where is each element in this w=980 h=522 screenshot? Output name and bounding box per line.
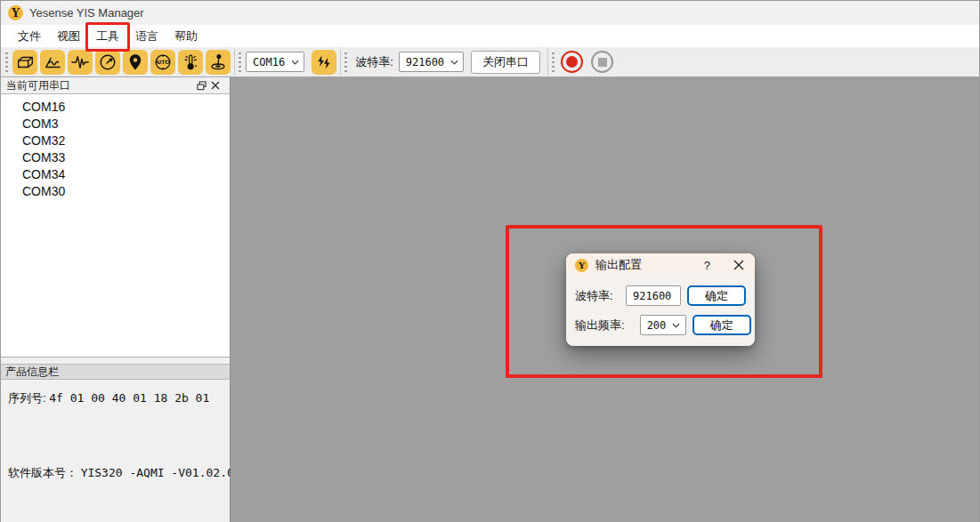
toolbar-icon-location-pin[interactable] xyxy=(123,50,148,75)
list-item-port[interactable]: COM3 xyxy=(1,116,230,133)
toolbar-drag-handle[interactable] xyxy=(552,52,555,72)
toolbar-icon-utc-clock[interactable]: UTC xyxy=(150,50,175,75)
software-version-line: 软件版本号： YIS320 -AQMI -V01.02.03; xyxy=(8,465,223,481)
software-version-value: YIS320 -AQMI -V01.02.03; xyxy=(81,466,248,479)
chevron-down-icon xyxy=(450,60,458,65)
chevron-down-icon xyxy=(672,323,680,328)
serial-number-label: 序列号: xyxy=(8,391,46,405)
menu-tools-label: 工具 xyxy=(96,29,119,43)
baud-rate-value: 921600 xyxy=(406,56,444,68)
toolbar-icon-temperature[interactable] xyxy=(178,50,203,75)
dialog-frequency-select[interactable]: 200 xyxy=(640,315,686,335)
record-button[interactable] xyxy=(561,51,583,73)
menu-help[interactable]: 帮助 xyxy=(166,26,206,47)
stop-button[interactable] xyxy=(591,51,613,73)
close-serial-port-button[interactable]: 关闭串口 xyxy=(471,51,540,74)
toolbar-icon-magnetic-probe[interactable] xyxy=(206,50,231,75)
dialog-baud-value: 921600 xyxy=(633,290,671,302)
list-item-port[interactable]: COM34 xyxy=(1,166,230,183)
software-version-label: 软件版本号： xyxy=(8,466,77,479)
stop-icon xyxy=(598,58,607,67)
toolbar-separator xyxy=(547,49,548,76)
close-panel-icon[interactable] xyxy=(208,78,223,92)
dialog-frequency-label: 输出频率: xyxy=(575,317,625,333)
dialog-close-icon[interactable] xyxy=(733,260,744,270)
window-title: Yesense YIS Manager xyxy=(29,6,144,20)
list-item-port[interactable]: COM33 xyxy=(1,149,230,166)
menu-tools[interactable]: 工具 xyxy=(88,26,127,47)
toolbar-drag-handle[interactable] xyxy=(344,52,347,72)
main-workspace: Y 输出配置 ? 波特率: 921600 确定 输出频率: xyxy=(231,77,979,522)
panel-splitter[interactable] xyxy=(1,357,230,364)
ports-panel-title: 当前可用串口 xyxy=(6,78,194,93)
toolbar-drag-handle[interactable] xyxy=(5,52,8,72)
float-panel-icon[interactable] xyxy=(194,78,208,92)
output-config-dialog: Y 输出配置 ? 波特率: 921600 确定 输出频率: xyxy=(566,253,755,346)
menu-file[interactable]: 文件 xyxy=(10,26,49,47)
info-panel-title: 产品信息栏 xyxy=(5,365,59,380)
menubar: 文件 视图 工具 语言 帮助 xyxy=(1,25,979,47)
baud-rate-label: 波特率: xyxy=(355,54,393,70)
dialog-titlebar: Y 输出配置 ? xyxy=(566,253,755,277)
refresh-ports-button[interactable] xyxy=(312,50,336,75)
ports-panel-header: 当前可用串口 xyxy=(1,77,230,94)
dialog-help-button[interactable]: ? xyxy=(704,259,710,272)
info-panel-header: 产品信息栏 xyxy=(1,364,230,380)
list-item-port[interactable]: COM16 xyxy=(1,99,230,116)
app-logo-icon: Y xyxy=(8,5,23,20)
menu-language[interactable]: 语言 xyxy=(127,26,166,47)
baud-rate-select[interactable]: 921600 xyxy=(399,52,464,72)
dialog-frequency-value: 200 xyxy=(647,319,667,332)
toolbar-separator xyxy=(234,49,235,76)
dialog-baud-select[interactable]: 921600 xyxy=(626,285,681,306)
port-list: COM16 COM3 COM32 COM33 COM34 COM30 xyxy=(1,94,230,357)
toolbar: UTC COM16 xyxy=(1,47,979,77)
list-item-port[interactable]: COM32 xyxy=(1,133,230,149)
toolbar-separator xyxy=(340,49,341,76)
serial-number-value: 4f 01 00 40 01 18 2b 01 xyxy=(49,391,209,405)
serial-number-line: 序列号: 4f 01 00 40 01 18 2b 01 xyxy=(8,390,223,406)
svg-text:UTC: UTC xyxy=(157,59,168,65)
dialog-logo-icon: Y xyxy=(575,259,588,272)
dialog-baud-label: 波特率: xyxy=(575,288,620,304)
toolbar-drag-handle[interactable] xyxy=(239,52,241,72)
content-area: 当前可用串口 COM16 COM3 COM32 COM33 COM34 COM3… xyxy=(1,77,979,522)
dialog-baud-ok-button[interactable]: 确定 xyxy=(687,285,746,306)
chevron-down-icon xyxy=(291,60,299,65)
toolbar-icon-gauge[interactable] xyxy=(95,50,120,75)
dialog-frequency-row: 输出频率: 200 确定 xyxy=(566,315,755,335)
left-dock-panel: 当前可用串口 COM16 COM3 COM32 COM33 COM34 COM3… xyxy=(1,77,231,522)
com-port-value: COM16 xyxy=(253,56,285,68)
com-port-select[interactable]: COM16 xyxy=(246,52,304,72)
toolbar-icon-waveform[interactable] xyxy=(68,50,93,75)
dialog-title: 输出配置 xyxy=(595,257,704,273)
toolbar-icon-angle-waveform[interactable] xyxy=(40,50,65,75)
dialog-baud-row: 波特率: 921600 确定 xyxy=(566,285,755,306)
titlebar: Y Yesense YIS Manager xyxy=(1,1,979,25)
record-icon xyxy=(566,56,578,68)
dialog-frequency-ok-button[interactable]: 确定 xyxy=(692,315,751,335)
menu-view[interactable]: 视图 xyxy=(49,26,88,47)
info-panel-body: 序列号: 4f 01 00 40 01 18 2b 01 软件版本号： YIS3… xyxy=(1,380,230,522)
double-lightning-icon xyxy=(315,53,333,71)
app-window: Y Yesense YIS Manager 文件 视图 工具 语言 帮助 xyxy=(0,0,980,522)
toolbar-icon-cube-3d[interactable] xyxy=(12,50,37,75)
list-item-port[interactable]: COM30 xyxy=(1,183,230,200)
